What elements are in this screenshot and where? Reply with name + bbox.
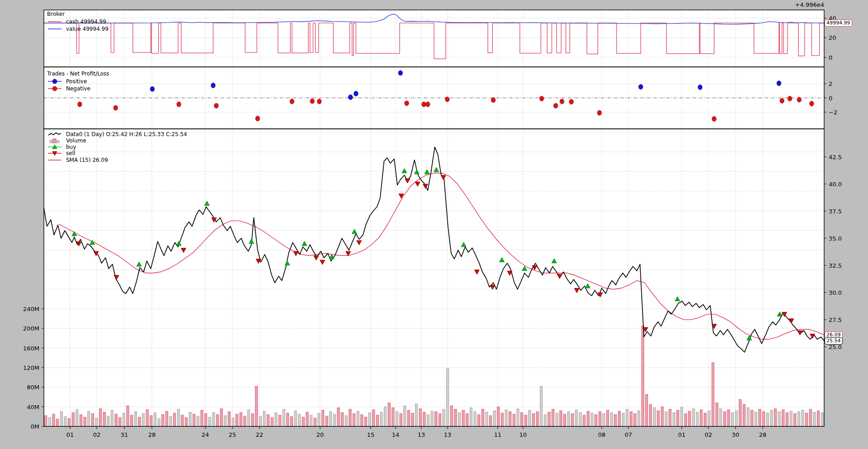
positive-dot-icon [47,78,62,85]
svg-text:22: 22 [256,431,264,438]
svg-text:02: 02 [705,431,712,438]
svg-text:40.0: 40.0 [829,181,842,188]
legend-label: buy [66,144,76,150]
svg-text:30: 30 [732,431,740,438]
cash-line-icon [47,21,62,23]
svg-text:37.5: 37.5 [829,208,842,215]
legend-label: Data0 (1 Day) O:25.42 H:26 L:25.33 C:25.… [66,132,187,137]
svg-text:01: 01 [678,431,686,438]
svg-text:20: 20 [829,34,836,41]
svg-text:0: 0 [829,95,832,102]
legend-item-sma: SMA (15) 26.09 [47,156,187,163]
svg-text:15: 15 [367,431,375,438]
legend-label: SMA (15) 26.09 [66,157,108,163]
sell-marker-icon [47,151,62,156]
svg-text:25.0: 25.0 [829,344,842,350]
svg-text:42.5: 42.5 [829,154,842,161]
svg-text:240M: 240M [23,306,39,312]
x-axis-labels: 0102312824252220151413131110080701023028 [66,426,767,438]
chart-area: 02040−20225.027.530.032.535.037.540.042.… [0,0,868,449]
svg-text:20: 20 [316,431,324,438]
trades-legend: Positive Negative [47,78,90,92]
svg-text:32.5: 32.5 [829,262,842,269]
svg-text:07: 07 [625,431,632,438]
legend-item-sell: sell [47,150,187,156]
svg-text:−2: −2 [829,109,837,116]
svg-text:120M: 120M [23,364,39,371]
cash-value-axis-tag: 49994.99 [825,19,852,27]
legend-label: Positive [66,79,87,84]
legend-item-negative: Negative [47,85,90,92]
svg-text:02: 02 [93,431,101,438]
svg-text:35.0: 35.0 [829,235,842,242]
broker-panel-title: Broker [47,11,65,17]
svg-text:0: 0 [829,54,832,61]
svg-text:28: 28 [148,431,156,438]
volume-bars-icon [47,138,62,143]
legend-item-value: value 49994.99 [47,25,108,33]
svg-text:01: 01 [66,431,74,438]
backtest-plot-window: 02040−20225.027.530.032.535.037.540.042.… [0,0,868,449]
svg-text:14: 14 [392,431,400,438]
svg-text:2: 2 [829,80,832,87]
svg-text:30.0: 30.0 [829,289,842,296]
buy-marker-icon [47,144,62,150]
legend-label: Volume [66,138,86,143]
price-line-icon [47,132,62,137]
value-line-icon [47,28,62,30]
svg-text:28: 28 [759,431,767,438]
legend-label: sell [66,151,75,156]
axis-offset-label: +4.996e4 [774,1,824,8]
close-axis-tag: 25.54 [825,337,843,345]
svg-text:25: 25 [229,431,236,438]
legend-item-data0: Data0 (1 Day) O:25.42 H:26 L:25.33 C:25.… [47,131,187,137]
svg-text:13: 13 [444,431,452,438]
panel-backgrounds [44,10,824,426]
legend-item-volume: Volume [47,137,187,144]
svg-text:200M: 200M [23,325,39,332]
svg-text:31: 31 [121,431,128,438]
svg-text:10: 10 [519,431,527,438]
svg-text:13: 13 [418,431,425,438]
price-legend: Data0 (1 Day) O:25.42 H:26 L:25.33 C:25.… [47,131,187,163]
svg-text:160M: 160M [23,345,39,352]
negative-dot-icon [47,85,62,92]
svg-text:24: 24 [202,431,209,438]
legend-item-buy: buy [47,144,187,150]
legend-label: value 49994.99 [66,26,108,32]
svg-text:27.5: 27.5 [829,317,842,323]
svg-text:11: 11 [494,431,502,438]
legend-label: cash 49994.99 [66,19,106,24]
legend-item-cash: cash 49994.99 [47,18,108,25]
legend-item-positive: Positive [47,78,90,85]
svg-text:08: 08 [598,431,606,438]
trades-panel-title: Trades - Net Profit/Loss [47,71,109,77]
svg-text:80M: 80M [27,384,39,391]
broker-legend: cash 49994.99 value 49994.99 [47,18,108,33]
sma-line-icon [47,159,62,161]
svg-text:0M: 0M [31,423,40,430]
legend-label: Negative [66,86,90,91]
svg-text:40M: 40M [27,404,39,411]
